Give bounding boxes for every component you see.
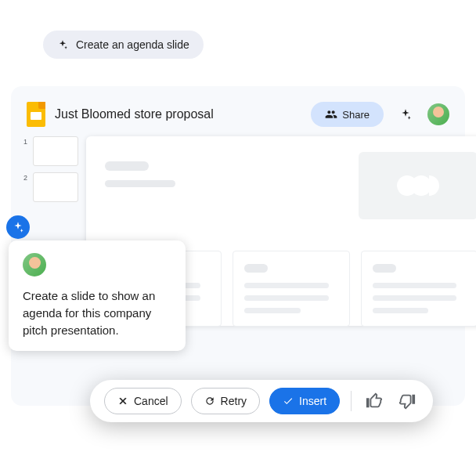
main-slide-area bbox=[86, 136, 465, 202]
user-avatar bbox=[23, 253, 46, 276]
document-title[interactable]: Just Bloomed store proposal bbox=[55, 107, 303, 121]
insert-label: Insert bbox=[299, 395, 326, 407]
thumbs-up-icon bbox=[366, 392, 383, 410]
svg-point-1 bbox=[411, 175, 431, 196]
ai-prompt-card: Create a slide to show an agenda for thi… bbox=[9, 240, 186, 351]
placeholder-subtitle bbox=[105, 180, 175, 187]
thumbs-down-button[interactable] bbox=[395, 389, 419, 413]
thumbnail-item[interactable]: 2 bbox=[23, 172, 78, 202]
refresh-icon bbox=[204, 396, 215, 407]
slide-thumbnail bbox=[33, 172, 78, 202]
agenda-suggestion-pill[interactable]: Create an agenda slide bbox=[43, 31, 204, 59]
ai-sparkle-badge[interactable] bbox=[6, 215, 30, 239]
share-button[interactable]: Share bbox=[311, 102, 384, 127]
slide-thumbnail bbox=[33, 136, 78, 166]
user-avatar[interactable] bbox=[427, 103, 449, 125]
thumbnail-number: 1 bbox=[23, 136, 30, 146]
app-header: Just Bloomed store proposal Share bbox=[11, 97, 465, 136]
share-label: Share bbox=[342, 109, 370, 121]
cancel-label: Cancel bbox=[134, 395, 168, 407]
retry-button[interactable]: Retry bbox=[191, 388, 260, 414]
check-icon bbox=[283, 396, 294, 407]
slides-area: 1 2 bbox=[11, 136, 465, 202]
agenda-suggestion-label: Create an agenda slide bbox=[76, 38, 189, 51]
retry-label: Retry bbox=[221, 395, 247, 407]
logo-placeholder bbox=[359, 152, 476, 219]
thumbs-up-button[interactable] bbox=[362, 389, 386, 413]
google-slides-icon bbox=[27, 102, 47, 127]
insert-button[interactable]: Insert bbox=[269, 388, 340, 414]
gemini-sparkle-icon[interactable] bbox=[399, 108, 412, 121]
prompt-text: Create a slide to show an agenda for thi… bbox=[23, 287, 171, 338]
cancel-button[interactable]: Cancel bbox=[104, 388, 182, 414]
slide-thumbnails: 1 2 bbox=[23, 136, 78, 202]
thumbnail-number: 2 bbox=[23, 172, 30, 182]
content-column bbox=[361, 251, 476, 327]
close-icon bbox=[117, 396, 128, 407]
content-column bbox=[233, 251, 349, 327]
thumbs-down-icon bbox=[398, 392, 416, 410]
sparkle-icon bbox=[57, 39, 68, 50]
thumbnail-item[interactable]: 1 bbox=[23, 136, 78, 166]
people-icon bbox=[325, 108, 337, 121]
ai-action-bar: Cancel Retry Insert bbox=[90, 380, 433, 422]
divider bbox=[351, 391, 352, 411]
placeholder-title bbox=[105, 161, 149, 171]
